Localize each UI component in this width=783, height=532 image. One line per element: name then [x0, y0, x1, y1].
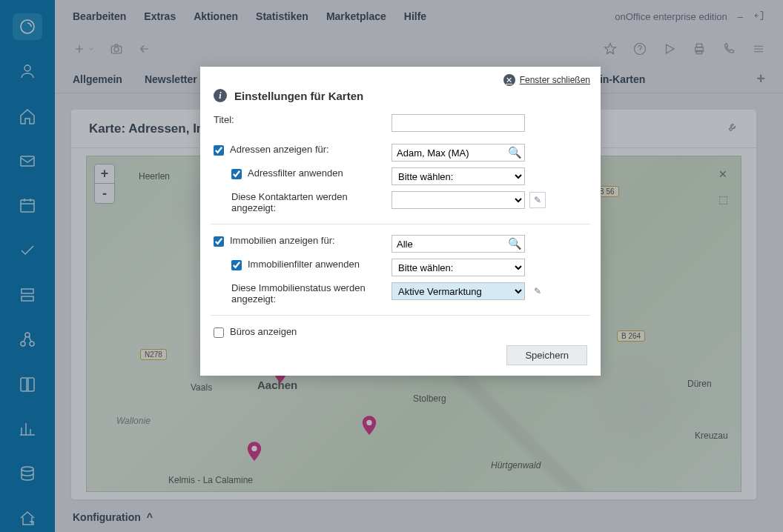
property-filter-label: Immobilienfilter anwenden: [248, 259, 360, 270]
title-input[interactable]: [392, 114, 525, 132]
edit-icon[interactable]: ✎: [529, 192, 546, 208]
modal-title: Einstellungen für Karten: [234, 90, 363, 102]
offices-checkbox[interactable]: [214, 327, 224, 338]
settings-modal: ✕ Fenster schließen iEinstellungen für K…: [200, 67, 601, 376]
address-filter-checkbox[interactable]: [231, 169, 242, 179]
edit-icon[interactable]: ✎: [529, 283, 546, 299]
properties-user-input[interactable]: [392, 235, 525, 253]
save-button[interactable]: Speichern: [506, 345, 587, 365]
address-filter-label: Adressfilter anwenden: [248, 167, 343, 179]
properties-checkbox[interactable]: [214, 236, 224, 247]
property-status-select[interactable]: Aktive Vermarktung: [392, 282, 525, 300]
contact-types-select[interactable]: [392, 191, 525, 209]
addresses-user-input[interactable]: [392, 144, 525, 162]
search-icon[interactable]: 🔍: [508, 146, 522, 159]
offices-label: Büros anzeigen: [230, 326, 297, 337]
title-field-label: Titel:: [214, 114, 234, 125]
close-link[interactable]: Fenster schließen: [520, 75, 590, 85]
info-icon: i: [214, 89, 227, 102]
properties-label: Immobilien anzeigen für:: [230, 235, 335, 246]
address-filter-select[interactable]: Bitte wählen:: [392, 167, 525, 185]
property-filter-checkbox[interactable]: [231, 260, 242, 270]
close-icon[interactable]: ✕: [503, 74, 515, 86]
contact-types-label: Diese Kontaktarten werden angezeigt:: [231, 191, 392, 213]
modal-title-row: iEinstellungen für Karten: [200, 86, 601, 111]
property-status-label: Diese Immobilienstatus werden angezeigt:: [231, 282, 392, 305]
property-filter-select[interactable]: Bitte wählen:: [392, 259, 525, 276]
search-icon[interactable]: 🔍: [508, 237, 522, 250]
addresses-label: Adressen anzeigen für:: [230, 144, 329, 155]
addresses-checkbox[interactable]: [214, 145, 224, 156]
